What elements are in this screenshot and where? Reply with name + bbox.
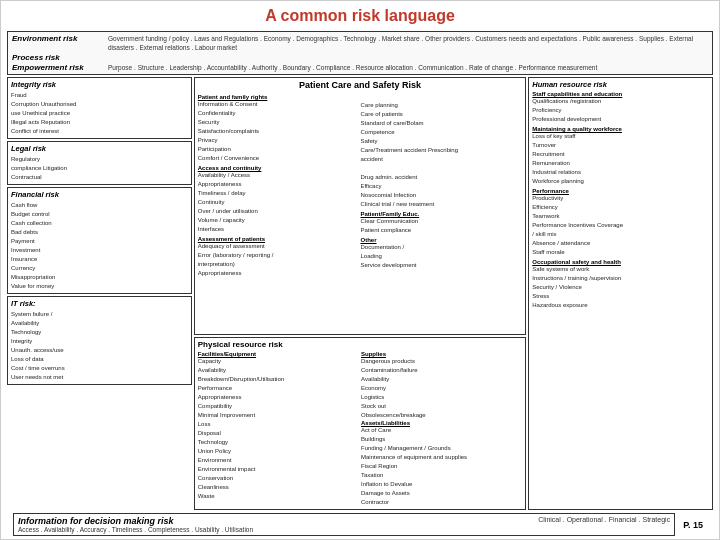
- pc-patient-family-educ-content: Clear Communication Patient compliance: [360, 217, 522, 235]
- physical-resource-box: Physical resource risk Facilities/Equipm…: [194, 337, 527, 510]
- page-title: A common risk language: [265, 7, 455, 24]
- footer-title: Information for decision making risk: [18, 516, 534, 526]
- pc-access-content: Availability / Access Appropriateness Ti…: [198, 171, 360, 234]
- hr-staff-content: Qualifications /registration Proficiency…: [532, 97, 709, 124]
- environment-row: Environment risk Government funding / po…: [12, 34, 708, 52]
- pr-assets-content: Act of Care Buildings Funding / Manageme…: [361, 426, 522, 507]
- pc-other-content: Documentation / Loading Service developm…: [360, 243, 522, 270]
- pc-care-planning-content: Care planning Care of patients Standard …: [360, 92, 522, 164]
- integrity-risk-title: Integrity risk: [11, 80, 188, 89]
- center-column: Patient Care and Safety Risk Patient and…: [194, 77, 527, 510]
- pr-col2: Supplies Dangerous products Contaminatio…: [361, 351, 522, 507]
- empowerment-label: Empowerment risk: [12, 63, 102, 72]
- financial-risk-box: Financial risk Cash flow Budget control …: [7, 187, 192, 294]
- empowerment-desc: Purpose . Structure . Leadership . Accou…: [108, 63, 597, 72]
- hr-ohs-content: Safe systems of work Instructions / trai…: [532, 265, 709, 310]
- process-label: Process risk: [12, 53, 60, 62]
- pr-col1: Facilities/Equipment Capacity Availabili…: [198, 351, 359, 507]
- environment-label: Environment risk: [12, 34, 102, 43]
- pc-family-rights-content: Information & Consent Confidentiality Se…: [198, 100, 360, 163]
- it-risk-content: System failure / Availability Technology…: [11, 310, 188, 382]
- physical-resource-inner: Facilities/Equipment Capacity Availabili…: [198, 351, 523, 507]
- human-resource-box: Human resource risk Staff capabilities a…: [528, 77, 713, 510]
- it-risk-title: IT risk:: [11, 299, 188, 308]
- pr-supplies-content: Dangerous products Contamination/failure…: [361, 357, 522, 420]
- integrity-risk-content: Fraud Corruption Unauthorised use Unethi…: [11, 91, 188, 136]
- hr-performance-section: Performance Productivity Efficiency Team…: [532, 188, 709, 257]
- legal-risk-box: Legal risk Regulatory compliance Litigat…: [7, 141, 192, 185]
- page-number: P. 15: [675, 520, 707, 530]
- it-risk-box: IT risk: System failure / Availability T…: [7, 296, 192, 385]
- left-column: Integrity risk Fraud Corruption Unauthor…: [7, 77, 192, 510]
- integrity-risk-box: Integrity risk Fraud Corruption Unauthor…: [7, 77, 192, 139]
- hr-staff-section: Staff capabilities and education Qualifi…: [532, 91, 709, 124]
- empowerment-row: Empowerment risk Purpose . Structure . L…: [12, 63, 708, 72]
- risk-grid: Integrity risk Fraud Corruption Unauthor…: [7, 77, 713, 510]
- legal-risk-content: Regulatory compliance Litigation Contrac…: [11, 155, 188, 182]
- hr-quality-section: Maintaining a quality workforce Loss of …: [532, 126, 709, 186]
- pc-col-right: Care planning Care of patients Standard …: [360, 92, 522, 278]
- financial-risk-content: Cash flow Budget control Cash collection…: [11, 201, 188, 291]
- patient-care-inner: Patient and family rights Information & …: [198, 92, 523, 278]
- environment-desc: Government funding / policy . Laws and R…: [108, 34, 708, 52]
- footer-row: Information for decision making risk Acc…: [13, 513, 675, 536]
- hr-performance-content: Productivity Efficiency Teamwork Perform…: [532, 194, 709, 257]
- human-resource-title: Human resource risk: [532, 80, 709, 89]
- footer-subtitle: Access . Availability . Accuracy . Timel…: [18, 526, 534, 533]
- process-row: Process risk: [12, 53, 708, 62]
- bottom-bar: Information for decision making risk Acc…: [7, 512, 713, 537]
- main-content: Environment risk Government funding / po…: [1, 29, 719, 539]
- footer-left: Information for decision making risk Acc…: [18, 516, 534, 533]
- pc-drug-content: Drug admin. accident Efficacy Nosocomial…: [360, 164, 522, 209]
- legal-risk-title: Legal risk: [11, 144, 188, 153]
- patient-care-box: Patient Care and Safety Risk Patient and…: [194, 77, 527, 335]
- footer-right: Clinical . Operational . Financial . Str…: [538, 516, 670, 523]
- pr-facilities-content: Capacity Availability Breakdown/Disrupti…: [198, 357, 359, 501]
- patient-care-title: Patient Care and Safety Risk: [198, 80, 523, 90]
- pc-col-left: Patient and family rights Information & …: [198, 92, 360, 278]
- hr-ohs-section: Occupational safety and health Safe syst…: [532, 259, 709, 310]
- pc-assessment-content: Adequacy of assessment Error (laboratory…: [198, 242, 360, 278]
- financial-risk-title: Financial risk: [11, 190, 188, 199]
- env-process-section: Environment risk Government funding / po…: [7, 31, 713, 75]
- hr-quality-content: Loss of key staff Turnover Recruitment R…: [532, 132, 709, 186]
- page: A common risk language Environment risk …: [0, 0, 720, 540]
- right-column: Human resource risk Staff capabilities a…: [528, 77, 713, 510]
- footer-right-text: Clinical . Operational . Financial . Str…: [538, 516, 670, 523]
- page-header: A common risk language: [1, 1, 719, 29]
- physical-resource-title: Physical resource risk: [198, 340, 523, 349]
